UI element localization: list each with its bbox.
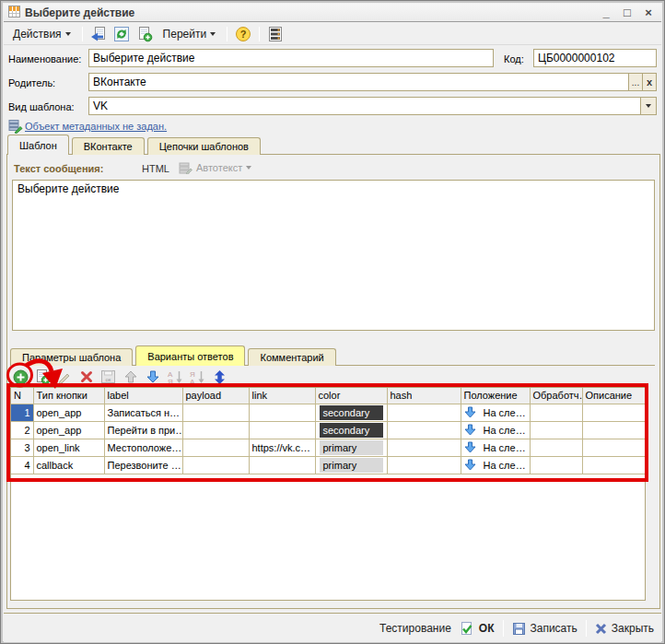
- answer-options-grid[interactable]: N Тип кнопки label payload link color ha…: [10, 387, 646, 601]
- hash-cell[interactable]: [387, 421, 461, 439]
- label-cell[interactable]: Местоположе…: [104, 439, 182, 456]
- col-header-handler[interactable]: Обработч…: [530, 388, 582, 404]
- col-header-type[interactable]: Тип кнопки: [33, 388, 104, 404]
- close-button[interactable]: ×: [640, 6, 657, 20]
- reread-button[interactable]: [88, 25, 109, 43]
- code-input[interactable]: ЦБ0000000102: [533, 49, 657, 67]
- parent-input[interactable]: ВКонтакте ... x: [88, 73, 657, 91]
- description-cell[interactable]: [582, 456, 645, 474]
- parent-clear-button[interactable]: x: [642, 74, 656, 90]
- button-type-cell[interactable]: open_link: [33, 439, 104, 456]
- link-cell[interactable]: [249, 404, 315, 421]
- col-header-hash[interactable]: hash: [387, 388, 461, 404]
- maximize-button[interactable]: □: [619, 6, 636, 20]
- label-cell[interactable]: Перейти в при…: [104, 421, 182, 439]
- kind-dropdown-button[interactable]: [640, 98, 656, 114]
- position-cell[interactable]: На сле…: [461, 439, 530, 456]
- handler-cell[interactable]: [530, 456, 582, 474]
- position-cell[interactable]: На сле…: [461, 404, 530, 421]
- label-cell[interactable]: Перезвоните …: [104, 456, 182, 474]
- row-number-cell[interactable]: 2: [11, 421, 33, 439]
- link-cell[interactable]: https://vk.c…: [249, 439, 315, 456]
- actions-menu-button[interactable]: Действия: [7, 25, 76, 43]
- payload-cell[interactable]: [182, 439, 249, 456]
- message-body-input[interactable]: Выберите действие: [12, 180, 655, 331]
- button-type-cell[interactable]: callback: [33, 456, 104, 474]
- name-input[interactable]: Выберите действие: [88, 49, 494, 67]
- description-cell[interactable]: [582, 439, 645, 456]
- table-row[interactable]: 1 open_app Записаться н… secondary На сл…: [11, 404, 645, 421]
- hash-cell[interactable]: [387, 456, 461, 474]
- handler-cell[interactable]: [530, 404, 582, 421]
- html-mode-label[interactable]: HTML: [142, 163, 169, 174]
- tab-answer-options[interactable]: Варианты ответов: [135, 345, 245, 366]
- help-button[interactable]: ?: [233, 25, 253, 43]
- payload-cell[interactable]: [182, 404, 249, 421]
- sort-ascending-button[interactable]: АЯ: [167, 369, 183, 385]
- handler-cell[interactable]: [530, 439, 582, 456]
- color-cell[interactable]: primary: [315, 439, 387, 456]
- description-cell[interactable]: [582, 404, 645, 421]
- table-row[interactable]: 2 open_app Перейти в при… secondary На с…: [11, 421, 645, 439]
- table-row[interactable]: 3 open_link Местоположе… https://vk.c… p…: [11, 439, 645, 456]
- color-cell[interactable]: secondary: [315, 421, 387, 439]
- row-number-cell[interactable]: 1: [11, 404, 33, 421]
- refresh-button[interactable]: [111, 25, 132, 43]
- col-header-label[interactable]: label: [104, 388, 182, 404]
- sort-descending-button[interactable]: ЯА: [189, 369, 205, 385]
- kind-select[interactable]: VK: [88, 97, 657, 115]
- col-header-color[interactable]: color: [315, 388, 387, 404]
- edit-row-button[interactable]: [56, 369, 73, 385]
- close-form-button[interactable]: Закрыть: [595, 622, 654, 635]
- ok-button[interactable]: ОК: [460, 621, 495, 636]
- row-number-cell[interactable]: 3: [11, 439, 33, 456]
- hash-cell[interactable]: [387, 439, 461, 456]
- color-cell[interactable]: primary: [315, 456, 387, 474]
- save-button-label: Записать: [531, 622, 578, 635]
- tab-template-params[interactable]: Параметры шаблона: [10, 348, 133, 366]
- goto-menu-button[interactable]: Перейти: [158, 25, 222, 43]
- tab-vk[interactable]: ВКонтакте: [72, 137, 145, 155]
- link-cell[interactable]: [249, 421, 315, 439]
- delete-row-button[interactable]: [78, 369, 95, 385]
- col-header-position[interactable]: Положение: [461, 388, 530, 404]
- position-cell[interactable]: На сле…: [461, 456, 530, 474]
- tab-template[interactable]: Шаблон: [7, 135, 69, 155]
- button-type-cell[interactable]: open_app: [33, 404, 104, 421]
- description-cell[interactable]: [582, 421, 645, 439]
- handler-cell[interactable]: [530, 421, 582, 439]
- col-header-description[interactable]: Описание: [582, 388, 645, 404]
- label-cell[interactable]: Записаться н…: [104, 404, 182, 421]
- copy-row-button[interactable]: [34, 369, 51, 385]
- tab-template-chains[interactable]: Цепочки шаблонов: [147, 137, 261, 155]
- button-type-cell[interactable]: open_app: [33, 421, 104, 439]
- metadata-link[interactable]: Объект метаданных не задан.: [25, 121, 167, 132]
- add-row-button[interactable]: [12, 369, 29, 385]
- position-value: На сле…: [484, 442, 526, 453]
- structure-button[interactable]: [265, 25, 286, 43]
- parent-browse-button[interactable]: ...: [628, 74, 642, 90]
- chevron-down-icon: [210, 32, 216, 36]
- link-cell[interactable]: [249, 456, 315, 474]
- table-row[interactable]: 4 callback Перезвоните … primary На сле…: [11, 456, 645, 474]
- save-button[interactable]: Записать: [512, 622, 578, 636]
- svg-text:ок: ок: [106, 377, 111, 382]
- row-number-cell[interactable]: 4: [11, 456, 33, 474]
- position-cell[interactable]: На сле…: [461, 421, 530, 439]
- payload-cell[interactable]: [182, 421, 249, 439]
- col-header-payload[interactable]: payload: [182, 388, 249, 404]
- payload-cell[interactable]: [182, 456, 249, 474]
- test-button[interactable]: Тестирование: [379, 622, 451, 635]
- reorder-button[interactable]: [211, 369, 228, 385]
- autotext-button[interactable]: Автотекст: [179, 161, 251, 174]
- color-cell[interactable]: secondary: [315, 404, 387, 421]
- minimize-button[interactable]: _: [598, 6, 614, 20]
- tab-comment[interactable]: Комментарий: [248, 348, 335, 366]
- col-header-link[interactable]: link: [249, 388, 315, 404]
- move-down-button[interactable]: [145, 369, 161, 385]
- end-edit-button[interactable]: ок: [100, 369, 117, 385]
- hash-cell[interactable]: [387, 404, 461, 421]
- move-up-button[interactable]: [122, 369, 139, 385]
- col-header-n[interactable]: N: [11, 388, 33, 404]
- copy-create-button[interactable]: [134, 25, 155, 43]
